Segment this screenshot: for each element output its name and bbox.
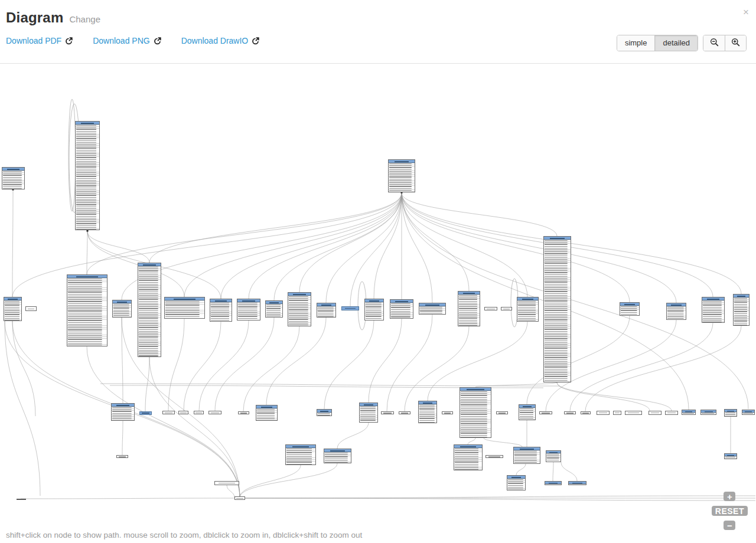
diagram-node[interactable] bbox=[568, 481, 586, 485]
diagram-canvas[interactable] bbox=[0, 0, 756, 543]
diagram-node[interactable] bbox=[324, 449, 351, 463]
diagram-node[interactable] bbox=[359, 403, 378, 423]
diagram-node[interactable] bbox=[288, 292, 311, 326]
diagram-node[interactable] bbox=[2, 167, 25, 189]
diagram-node[interactable] bbox=[519, 404, 536, 420]
diagram-node[interactable] bbox=[164, 297, 205, 319]
diagram-node[interactable] bbox=[581, 411, 591, 414]
diagram-node[interactable] bbox=[517, 297, 539, 322]
diagram-node[interactable] bbox=[724, 409, 737, 417]
download-png-link[interactable]: Download PNG bbox=[93, 36, 161, 45]
diagram-node[interactable] bbox=[545, 481, 562, 485]
diagram-node[interactable] bbox=[234, 496, 245, 500]
close-icon[interactable]: × bbox=[743, 7, 749, 17]
diagram-node[interactable] bbox=[460, 387, 491, 438]
diagram-node[interactable] bbox=[317, 409, 332, 416]
node-header bbox=[725, 410, 737, 412]
diagram-node[interactable] bbox=[620, 302, 640, 316]
diagram-node[interactable] bbox=[265, 300, 283, 318]
diagram-node[interactable] bbox=[546, 450, 561, 462]
diagram-node[interactable] bbox=[442, 411, 453, 414]
diagram-node[interactable] bbox=[17, 499, 26, 500]
diagram-node[interactable] bbox=[733, 294, 750, 326]
node-header bbox=[112, 404, 134, 407]
diagram-node[interactable] bbox=[364, 299, 384, 320]
diagram-node[interactable] bbox=[682, 410, 696, 415]
diagram-node[interactable] bbox=[666, 303, 686, 320]
diagram-node[interactable] bbox=[111, 403, 135, 421]
diagram-node[interactable] bbox=[4, 297, 22, 321]
node-header bbox=[682, 410, 695, 413]
diagram-node[interactable] bbox=[742, 410, 755, 415]
node-header bbox=[2, 168, 24, 171]
diagram-node[interactable] bbox=[649, 411, 662, 415]
diagram-node[interactable] bbox=[454, 444, 483, 470]
diagram-node[interactable] bbox=[513, 447, 540, 464]
diagram-node[interactable] bbox=[139, 411, 152, 415]
diagram-node[interactable] bbox=[237, 299, 260, 320]
node-rows bbox=[458, 295, 480, 326]
overlay-reset-button[interactable]: RESET bbox=[712, 506, 748, 516]
diagram-node[interactable] bbox=[238, 411, 249, 414]
diagram-node[interactable] bbox=[317, 303, 336, 318]
diagram-node[interactable] bbox=[388, 159, 415, 192]
diagram-node[interactable] bbox=[256, 405, 278, 421]
diagram-node[interactable] bbox=[162, 411, 175, 414]
change-link[interactable]: Change bbox=[69, 14, 100, 24]
title-row: Diagram Change bbox=[6, 9, 100, 26]
page-header: Diagram Change × Download PDF Download P… bbox=[0, 0, 756, 64]
diagram-node[interactable] bbox=[625, 411, 642, 415]
diagram-node[interactable] bbox=[702, 297, 725, 323]
diagram-node[interactable] bbox=[564, 411, 576, 414]
diagram-node[interactable] bbox=[138, 263, 161, 357]
diagram-node[interactable] bbox=[724, 453, 737, 459]
diagram-node[interactable] bbox=[67, 274, 107, 346]
diagram-node[interactable] bbox=[390, 299, 413, 319]
diagram-node[interactable] bbox=[194, 411, 204, 414]
node-rows bbox=[286, 448, 315, 465]
node-rows bbox=[360, 406, 377, 422]
node-header bbox=[742, 410, 754, 413]
node-rows bbox=[390, 303, 413, 318]
diagram-node[interactable] bbox=[418, 401, 437, 423]
node-rows bbox=[667, 306, 686, 319]
diagram-node[interactable] bbox=[458, 291, 480, 326]
download-pdf-link[interactable]: Download PDF bbox=[6, 36, 73, 45]
diagram-node[interactable] bbox=[543, 236, 571, 382]
simple-view-button[interactable]: simple bbox=[617, 35, 655, 51]
zoom-in-button[interactable] bbox=[725, 35, 746, 51]
diagram-node[interactable] bbox=[208, 411, 221, 414]
diagram-node[interactable] bbox=[419, 303, 446, 315]
zoom-out-button[interactable] bbox=[703, 35, 725, 51]
diagram-node[interactable] bbox=[496, 411, 508, 414]
diagram-node[interactable] bbox=[597, 411, 610, 415]
diagram-node[interactable] bbox=[484, 307, 497, 310]
diagram-node[interactable] bbox=[112, 300, 132, 318]
node-rows bbox=[389, 163, 415, 192]
diagram-node[interactable] bbox=[285, 444, 316, 465]
node-header bbox=[288, 293, 311, 296]
node-rows bbox=[288, 296, 311, 326]
download-drawio-link[interactable]: Download DrawIO bbox=[181, 36, 260, 45]
diagram-node[interactable] bbox=[214, 481, 239, 485]
diagram-node[interactable] bbox=[539, 411, 552, 414]
diagram-node[interactable] bbox=[700, 410, 716, 415]
overlay-zoom-out-button[interactable]: − bbox=[724, 521, 735, 530]
node-rows bbox=[324, 452, 351, 463]
diagram-node[interactable] bbox=[25, 306, 37, 311]
diagram-node[interactable] bbox=[178, 411, 188, 414]
diagram-node[interactable] bbox=[75, 121, 100, 230]
diagram-node[interactable] bbox=[501, 307, 512, 310]
diagram-node[interactable] bbox=[507, 475, 526, 490]
diagram-node[interactable] bbox=[665, 411, 678, 415]
diagram-node[interactable] bbox=[485, 455, 503, 458]
diagram-node[interactable] bbox=[381, 411, 394, 414]
diagram-node[interactable] bbox=[341, 306, 359, 310]
diagram-node[interactable] bbox=[399, 411, 410, 414]
diagram-node[interactable] bbox=[210, 299, 232, 322]
diagram-node[interactable] bbox=[116, 455, 128, 458]
detailed-view-button[interactable]: detailed bbox=[654, 35, 698, 51]
node-header bbox=[324, 449, 351, 452]
overlay-zoom-in-button[interactable]: + bbox=[724, 492, 735, 501]
diagram-node[interactable] bbox=[613, 411, 621, 415]
